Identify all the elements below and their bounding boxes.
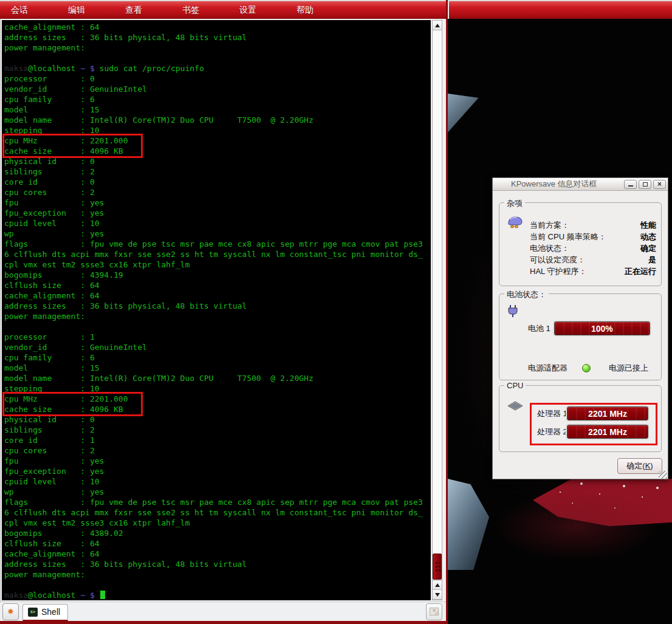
processor-label: 处理器 1 — [537, 408, 567, 419]
battery-label: 电池 1 — [528, 323, 550, 334]
terminal-icon: s> — [28, 608, 38, 617]
dialog-titlebar[interactable]: KPowersave 信息对话框 × — [493, 178, 668, 191]
dialog-body: 杂项 当前方案：性能当前 CPU 频率策略：动态电池状态：确定可以设定亮度：是H… — [493, 191, 668, 480]
minimize-button[interactable] — [624, 180, 637, 189]
misc-row-label: 电池状态： — [530, 243, 569, 254]
menu-item[interactable]: 编辑 — [68, 5, 85, 16]
highlight-box: cpu MHz : 2201.000cache size : 4096 KB — [4, 394, 141, 414]
terminal-line: cpu MHz : 2201.000 — [4, 394, 141, 404]
terminal-line: clflush size : 64 — [4, 538, 431, 549]
new-session-icon: ✷ — [7, 608, 14, 615]
misc-row: 当前 CPU 频率策略：动态 — [530, 231, 656, 242]
terminal-line: fpu_exception : yes — [4, 208, 431, 218]
misc-rows: 当前方案：性能当前 CPU 频率策略：动态电池状态：确定可以设定亮度：是HAL … — [530, 219, 656, 277]
terminal-line: wp : yes — [4, 228, 431, 239]
terminal-line: power management: — [4, 311, 431, 321]
terminal-line — [4, 580, 431, 590]
terminal-canvas[interactable]: cache_alignment : 64address sizes : 36 b… — [2, 20, 431, 600]
scroll-down-button[interactable] — [433, 590, 442, 600]
terminal-line: wp : yes — [4, 487, 431, 497]
scrollbar-thumb[interactable] — [433, 554, 442, 580]
terminal-line: fpu : yes — [4, 456, 431, 466]
terminal-line: cpuid level : 10 — [4, 218, 431, 228]
menu-item[interactable]: 帮助 — [297, 5, 314, 16]
highlight-box: cpu MHz : 2201.000cache size : 4096 KB — [4, 135, 141, 156]
menu-bar: 会话编辑查看书签设置帮助 — [0, 0, 446, 19]
terminal-line: processor : 1 — [4, 332, 431, 342]
terminal-line: physical id : 0 — [4, 156, 431, 166]
misc-row-value: 性能 — [640, 220, 656, 231]
terminal-line: cache size : 4096 KB — [4, 404, 141, 414]
misc-row: 可以设定亮度：是 — [530, 254, 656, 266]
minimize-icon — [628, 185, 633, 187]
screen: 会话编辑查看书签设置帮助 cache_alignment : 64address… — [0, 0, 672, 624]
scroll-up-button[interactable] — [433, 21, 442, 30]
terminal-line: address sizes : 36 bits physical, 48 bit… — [4, 32, 431, 43]
processor-label: 处理器 2 — [537, 427, 567, 437]
misc-row-label: 当前方案： — [530, 220, 569, 231]
terminal-line: cache_alignment : 64 — [4, 22, 431, 32]
terminal-line: cache size : 4096 KB — [4, 146, 141, 156]
ok-button[interactable]: 确定(K) — [617, 458, 662, 474]
cpu-group: CPU 处理器 12201 MHz处理器 22201 MHz — [499, 385, 662, 452]
terminal-line: core id : 0 — [4, 177, 431, 187]
terminal-line: cache_alignment : 64 — [4, 290, 431, 301]
scroll-up-button-bottom[interactable] — [433, 580, 442, 590]
misc-row-value: 动态 — [640, 231, 656, 242]
close-icon: × — [657, 180, 662, 188]
terminal-line: power management: — [4, 569, 431, 580]
terminal-output: cache_alignment : 64address sizes : 36 b… — [2, 20, 431, 600]
terminal-text-span: sudo cat /proc/cpuinfo — [95, 64, 204, 73]
misc-row: 电池状态：确定 — [530, 242, 656, 254]
maximize-icon — [643, 182, 648, 187]
terminal-scrollbar[interactable] — [432, 20, 442, 600]
terminal-line: 6 clflush dts acpi mmx fxsr sse sse2 ss … — [4, 249, 431, 259]
misc-row-label: HAL 守护程序： — [530, 266, 586, 277]
terminal-line: cpuid level : 10 — [4, 476, 431, 487]
terminal-line: flags : fpu vme de pse tsc msr pae mce c… — [4, 497, 431, 507]
tab-shell[interactable]: s> Shell — [22, 604, 68, 622]
kpowersave-icon — [507, 215, 524, 231]
desktop-background: KPowersave 信息对话框 × 杂项 — [448, 0, 672, 624]
menu-item[interactable]: 书签 — [182, 5, 199, 16]
battery-percent: 100% — [591, 324, 613, 334]
terminal-line: stepping : 10 — [4, 125, 431, 135]
maximize-button[interactable] — [639, 180, 651, 189]
terminal-text-span: ~ — [75, 64, 89, 73]
menu-item[interactable]: 会话 — [11, 5, 28, 16]
tab-shell-label: Shell — [41, 607, 60, 617]
terminal-line — [4, 321, 431, 332]
new-session-button[interactable]: ✷ — [2, 603, 19, 620]
battery-progressbar: 100% — [554, 321, 650, 335]
processor-freq-bar: 2201 MHz — [567, 425, 648, 439]
terminal-text-span: ~ — [75, 591, 89, 600]
terminal-line: cpl vmx est tm2 ssse3 cx16 xtpr lahf_lm — [4, 259, 431, 270]
terminal-line: cpu cores : 2 — [4, 187, 431, 197]
misc-group: 杂项 当前方案：性能当前 CPU 频率策略：动态电池状态：确定可以设定亮度：是H… — [499, 202, 662, 286]
terminal-text-span: maksa — [4, 591, 28, 600]
power-plug-icon — [506, 304, 520, 321]
terminal-line: cpu family : 6 — [4, 352, 431, 363]
terminal-line: cpu MHz : 2201.000 — [4, 135, 141, 146]
close-session-button[interactable] — [426, 603, 442, 620]
tab-bar: ✷ s> Shell — [0, 602, 446, 621]
window-bottom-border — [0, 621, 446, 624]
menu-item[interactable]: 设置 — [239, 5, 256, 16]
terminal-prompt-line: maksa@localhost ~ $ — [4, 590, 431, 600]
ac-adapter-led — [582, 364, 591, 372]
terminal-line — [4, 53, 431, 63]
menu-item[interactable]: 查看 — [125, 5, 142, 16]
processor-freq-value: 2201 MHz — [588, 409, 627, 419]
close-session-icon — [430, 608, 439, 615]
resize-grip[interactable] — [659, 471, 667, 479]
terminal-line: vendor_id : GenuineIntel — [4, 342, 431, 352]
cpu-chip-icon — [507, 400, 524, 414]
terminal-window: 会话编辑查看书签设置帮助 cache_alignment : 64address… — [0, 0, 448, 624]
cpu-rows: 处理器 12201 MHz处理器 22201 MHz — [537, 406, 648, 443]
terminal-line: clflush size : 64 — [4, 280, 431, 290]
terminal-line: physical id : 0 — [4, 414, 431, 425]
misc-row-value: 正在运行 — [625, 266, 656, 277]
misc-row-value: 是 — [648, 255, 656, 266]
terminal-line: fpu : yes — [4, 197, 431, 208]
close-button[interactable]: × — [653, 180, 666, 189]
